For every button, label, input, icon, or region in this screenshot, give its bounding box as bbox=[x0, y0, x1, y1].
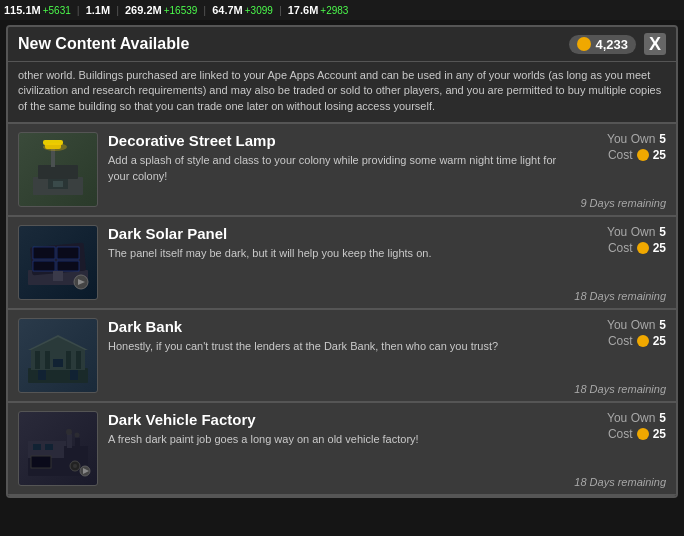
modal-overlay: New Content Available 4,233 X other worl… bbox=[0, 20, 684, 536]
meta-own-row-factory: You Own 5 bbox=[607, 411, 666, 425]
item-image-solar bbox=[18, 225, 98, 300]
meta-own-label-factory: You Own bbox=[607, 411, 655, 425]
svg-rect-21 bbox=[66, 351, 71, 369]
svg-rect-1 bbox=[38, 165, 78, 179]
modal-top-right: 4,233 X bbox=[569, 33, 666, 55]
svg-point-5 bbox=[43, 143, 67, 151]
meta-own-row-lamp: You Own 5 bbox=[607, 132, 666, 146]
svg-rect-27 bbox=[70, 370, 78, 380]
svg-rect-19 bbox=[35, 351, 40, 369]
svg-rect-10 bbox=[33, 247, 55, 259]
item-meta-factory: You Own 5 Cost 25 bbox=[576, 411, 666, 443]
hud-delta-4: +3099 bbox=[245, 5, 273, 16]
svg-rect-32 bbox=[33, 444, 41, 450]
item-name-bank: Dark Bank bbox=[108, 318, 576, 335]
meta-own-val-lamp: 5 bbox=[659, 132, 666, 146]
item-meta-lamp: You Own 5 Cost 25 bbox=[576, 132, 666, 164]
modal-header: New Content Available 4,233 X bbox=[8, 27, 676, 62]
close-button[interactable]: X bbox=[644, 33, 666, 55]
item-name-lamp: Decorative Street Lamp bbox=[108, 132, 576, 149]
svg-rect-17 bbox=[28, 368, 88, 383]
hud-delta-3: +16539 bbox=[164, 5, 198, 16]
hud-delta-1: +5631 bbox=[43, 5, 71, 16]
modal-desc-text: other world. Buildings purchased are lin… bbox=[18, 69, 661, 112]
item-content-solar: Dark Solar Panel The panel itself may be… bbox=[108, 225, 576, 261]
coin-amount: 4,233 bbox=[595, 37, 628, 52]
svg-rect-26 bbox=[38, 370, 46, 380]
coin-display: 4,233 bbox=[569, 35, 636, 54]
svg-point-39 bbox=[73, 464, 77, 468]
item-content-factory: Dark Vehicle Factory A fresh dark paint … bbox=[108, 411, 576, 447]
item-row[interactable]: Decorative Street Lamp Add a splash of s… bbox=[8, 124, 676, 217]
svg-rect-13 bbox=[57, 261, 79, 271]
svg-rect-14 bbox=[53, 271, 63, 281]
time-remaining-bank: 18 Days remaining bbox=[574, 383, 666, 395]
meta-cost-label-factory: Cost bbox=[608, 427, 633, 441]
item-image-factory bbox=[18, 411, 98, 486]
item-row-bank[interactable]: Dark Bank Honestly, if you can't trust t… bbox=[8, 310, 676, 403]
item-content-bank: Dark Bank Honestly, if you can't trust t… bbox=[108, 318, 576, 354]
item-desc-lamp: Add a splash of style and class to your … bbox=[108, 153, 576, 184]
item-row-factory[interactable]: Dark Vehicle Factory A fresh dark paint … bbox=[8, 403, 676, 496]
svg-rect-20 bbox=[45, 351, 50, 369]
hud-val-5: 17.6M bbox=[288, 4, 319, 16]
svg-rect-12 bbox=[33, 261, 55, 271]
hud-bar: 115.1M +5631 | 1.1M | 269.2M +16539 | 64… bbox=[0, 0, 684, 20]
meta-own-val-bank: 5 bbox=[659, 318, 666, 332]
svg-rect-35 bbox=[75, 438, 80, 448]
meta-own-label-solar: You Own bbox=[607, 225, 655, 239]
item-meta-bank: You Own 5 Cost 25 bbox=[576, 318, 666, 350]
time-remaining-lamp: 9 Days remaining bbox=[580, 197, 666, 209]
meta-own-label-bank: You Own bbox=[607, 318, 655, 332]
meta-cost-label-solar: Cost bbox=[608, 241, 633, 255]
hud-val-1: 115.1M bbox=[4, 4, 41, 16]
svg-rect-31 bbox=[31, 456, 51, 468]
meta-cost-label-lamp: Cost bbox=[608, 148, 633, 162]
meta-cost-label-bank: Cost bbox=[608, 334, 633, 348]
meta-cost-val-bank: 25 bbox=[653, 334, 666, 348]
time-remaining-factory: 18 Days remaining bbox=[574, 476, 666, 488]
modal-title: New Content Available bbox=[18, 35, 189, 53]
meta-coin-solar bbox=[637, 242, 649, 254]
meta-own-row-solar: You Own 5 bbox=[607, 225, 666, 239]
hud-delta-5: +2983 bbox=[320, 5, 348, 16]
meta-cost-val-lamp: 25 bbox=[653, 148, 666, 162]
meta-coin-bank bbox=[637, 335, 649, 347]
hud-item-5: 17.6M +2983 bbox=[288, 4, 349, 16]
item-name-factory: Dark Vehicle Factory bbox=[108, 411, 576, 428]
item-meta-solar: You Own 5 Cost 25 bbox=[576, 225, 666, 257]
hud-item-1: 115.1M +5631 bbox=[4, 4, 71, 16]
item-image-bank bbox=[18, 318, 98, 393]
meta-cost-row-factory: Cost 25 bbox=[608, 427, 666, 441]
meta-cost-row-bank: Cost 25 bbox=[608, 334, 666, 348]
modal: New Content Available 4,233 X other worl… bbox=[6, 25, 678, 498]
item-content-lamp: Decorative Street Lamp Add a splash of s… bbox=[108, 132, 576, 184]
meta-coin-lamp bbox=[637, 149, 649, 161]
hud-val-3: 269.2M bbox=[125, 4, 162, 16]
meta-own-row-bank: You Own 5 bbox=[607, 318, 666, 332]
meta-cost-row-lamp: Cost 25 bbox=[608, 148, 666, 162]
meta-own-label-lamp: You Own bbox=[607, 132, 655, 146]
modal-description: other world. Buildings purchased are lin… bbox=[8, 62, 676, 124]
meta-cost-row-solar: Cost 25 bbox=[608, 241, 666, 255]
coin-icon bbox=[577, 37, 591, 51]
meta-own-val-solar: 5 bbox=[659, 225, 666, 239]
item-desc-solar: The panel itself may be dark, but it wil… bbox=[108, 246, 576, 261]
meta-own-val-factory: 5 bbox=[659, 411, 666, 425]
item-name-solar: Dark Solar Panel bbox=[108, 225, 576, 242]
hud-item-2: 1.1M bbox=[86, 4, 110, 16]
time-remaining-solar: 18 Days remaining bbox=[574, 290, 666, 302]
hud-val-4: 64.7M bbox=[212, 4, 243, 16]
item-desc-bank: Honestly, if you can't trust the lenders… bbox=[108, 339, 576, 354]
items-container: Decorative Street Lamp Add a splash of s… bbox=[8, 124, 676, 496]
svg-rect-33 bbox=[45, 444, 53, 450]
svg-rect-22 bbox=[76, 351, 81, 369]
svg-rect-11 bbox=[57, 247, 79, 259]
item-row-solar[interactable]: Dark Solar Panel The panel itself may be… bbox=[8, 217, 676, 310]
svg-rect-25 bbox=[53, 359, 63, 367]
hud-val-2: 1.1M bbox=[86, 4, 110, 16]
hud-item-3: 269.2M +16539 bbox=[125, 4, 197, 16]
svg-point-37 bbox=[75, 433, 80, 438]
item-image-lamp bbox=[18, 132, 98, 207]
svg-marker-24 bbox=[31, 337, 85, 350]
